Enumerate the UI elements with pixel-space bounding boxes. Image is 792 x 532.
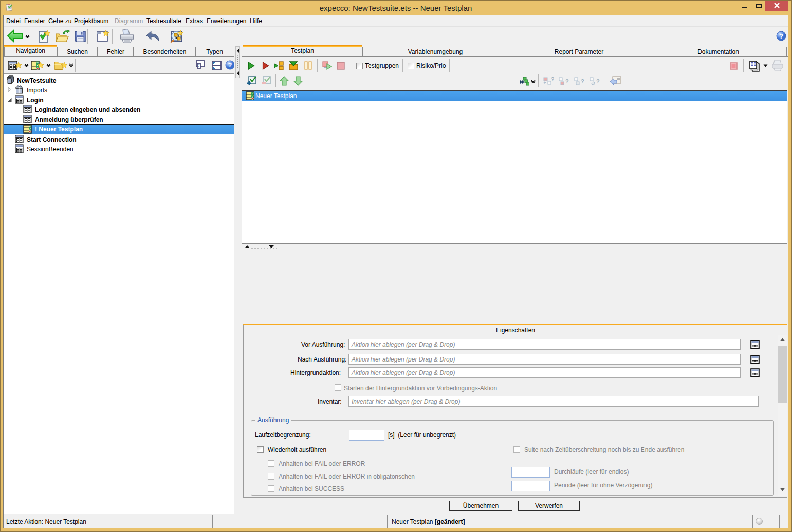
svg-text:?: ? [581, 78, 584, 84]
svg-text:?: ? [565, 78, 569, 84]
svg-text:?: ? [551, 77, 554, 82]
svg-text:?: ? [779, 32, 783, 40]
svg-text:?: ? [596, 78, 600, 84]
svg-text:?: ? [228, 62, 232, 69]
